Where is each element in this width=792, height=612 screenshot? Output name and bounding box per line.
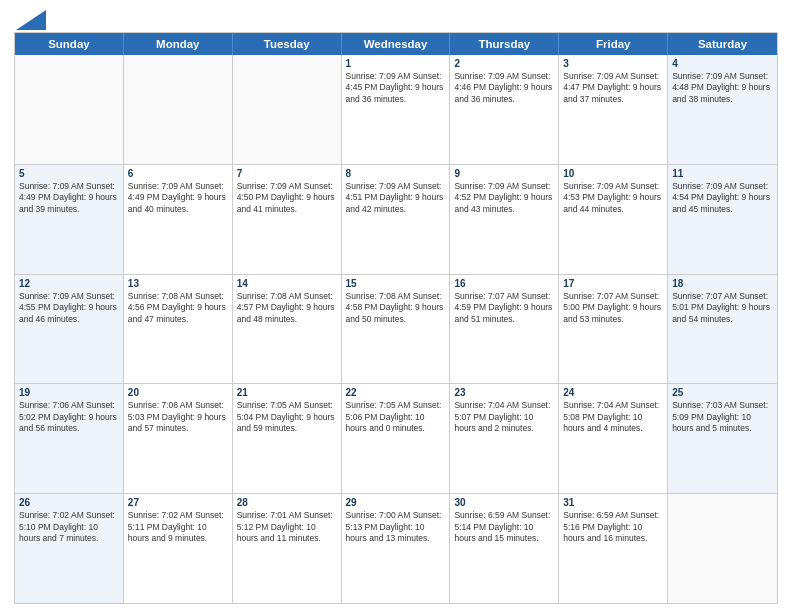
day-info: Sunrise: 7:00 AM Sunset: 5:13 PM Dayligh…: [346, 510, 446, 544]
day-cell-1-4: 1Sunrise: 7:09 AM Sunset: 4:45 PM Daylig…: [342, 55, 451, 164]
day-cell-2-3: 7Sunrise: 7:09 AM Sunset: 4:50 PM Daylig…: [233, 165, 342, 274]
day-info: Sunrise: 7:02 AM Sunset: 5:10 PM Dayligh…: [19, 510, 119, 544]
day-cell-4-1: 19Sunrise: 7:06 AM Sunset: 5:02 PM Dayli…: [15, 384, 124, 493]
day-info: Sunrise: 7:08 AM Sunset: 4:58 PM Dayligh…: [346, 291, 446, 325]
day-number: 1: [346, 58, 446, 69]
day-cell-2-4: 8Sunrise: 7:09 AM Sunset: 4:51 PM Daylig…: [342, 165, 451, 274]
day-number: 24: [563, 387, 663, 398]
day-info: Sunrise: 7:09 AM Sunset: 4:54 PM Dayligh…: [672, 181, 773, 215]
day-number: 22: [346, 387, 446, 398]
calendar: SundayMondayTuesdayWednesdayThursdayFrid…: [14, 32, 778, 604]
day-number: 13: [128, 278, 228, 289]
day-info: Sunrise: 7:07 AM Sunset: 5:01 PM Dayligh…: [672, 291, 773, 325]
day-info: Sunrise: 7:07 AM Sunset: 5:00 PM Dayligh…: [563, 291, 663, 325]
day-number: 2: [454, 58, 554, 69]
day-number: 18: [672, 278, 773, 289]
day-cell-1-2: [124, 55, 233, 164]
day-number: 11: [672, 168, 773, 179]
day-cell-3-5: 16Sunrise: 7:07 AM Sunset: 4:59 PM Dayli…: [450, 275, 559, 384]
day-cell-4-4: 22Sunrise: 7:05 AM Sunset: 5:06 PM Dayli…: [342, 384, 451, 493]
day-info: Sunrise: 7:08 AM Sunset: 4:57 PM Dayligh…: [237, 291, 337, 325]
day-cell-5-3: 28Sunrise: 7:01 AM Sunset: 5:12 PM Dayli…: [233, 494, 342, 603]
day-info: Sunrise: 7:09 AM Sunset: 4:53 PM Dayligh…: [563, 181, 663, 215]
day-cell-3-2: 13Sunrise: 7:08 AM Sunset: 4:56 PM Dayli…: [124, 275, 233, 384]
day-number: 7: [237, 168, 337, 179]
day-number: 8: [346, 168, 446, 179]
day-info: Sunrise: 7:06 AM Sunset: 5:03 PM Dayligh…: [128, 400, 228, 434]
day-number: 25: [672, 387, 773, 398]
day-cell-4-6: 24Sunrise: 7:04 AM Sunset: 5:08 PM Dayli…: [559, 384, 668, 493]
svg-marker-0: [16, 10, 46, 30]
day-number: 4: [672, 58, 773, 69]
day-cell-4-7: 25Sunrise: 7:03 AM Sunset: 5:09 PM Dayli…: [668, 384, 777, 493]
day-info: Sunrise: 7:09 AM Sunset: 4:45 PM Dayligh…: [346, 71, 446, 105]
day-number: 17: [563, 278, 663, 289]
day-cell-5-6: 31Sunrise: 6:59 AM Sunset: 5:16 PM Dayli…: [559, 494, 668, 603]
day-cell-2-1: 5Sunrise: 7:09 AM Sunset: 4:49 PM Daylig…: [15, 165, 124, 274]
day-number: 20: [128, 387, 228, 398]
day-cell-4-5: 23Sunrise: 7:04 AM Sunset: 5:07 PM Dayli…: [450, 384, 559, 493]
day-header-friday: Friday: [559, 33, 668, 55]
day-info: Sunrise: 7:01 AM Sunset: 5:12 PM Dayligh…: [237, 510, 337, 544]
day-number: 27: [128, 497, 228, 508]
day-number: 30: [454, 497, 554, 508]
day-number: 9: [454, 168, 554, 179]
day-info: Sunrise: 7:09 AM Sunset: 4:48 PM Dayligh…: [672, 71, 773, 105]
day-number: 28: [237, 497, 337, 508]
day-info: Sunrise: 7:09 AM Sunset: 4:47 PM Dayligh…: [563, 71, 663, 105]
day-info: Sunrise: 6:59 AM Sunset: 5:16 PM Dayligh…: [563, 510, 663, 544]
day-cell-1-5: 2Sunrise: 7:09 AM Sunset: 4:46 PM Daylig…: [450, 55, 559, 164]
day-number: 19: [19, 387, 119, 398]
day-cell-2-5: 9Sunrise: 7:09 AM Sunset: 4:52 PM Daylig…: [450, 165, 559, 274]
day-info: Sunrise: 7:05 AM Sunset: 5:04 PM Dayligh…: [237, 400, 337, 434]
day-info: Sunrise: 7:03 AM Sunset: 5:09 PM Dayligh…: [672, 400, 773, 434]
day-number: 23: [454, 387, 554, 398]
week-row-1: 1Sunrise: 7:09 AM Sunset: 4:45 PM Daylig…: [15, 55, 777, 164]
day-cell-5-5: 30Sunrise: 6:59 AM Sunset: 5:14 PM Dayli…: [450, 494, 559, 603]
day-info: Sunrise: 7:09 AM Sunset: 4:51 PM Dayligh…: [346, 181, 446, 215]
day-header-thursday: Thursday: [450, 33, 559, 55]
day-info: Sunrise: 7:09 AM Sunset: 4:50 PM Dayligh…: [237, 181, 337, 215]
day-info: Sunrise: 7:09 AM Sunset: 4:49 PM Dayligh…: [19, 181, 119, 215]
day-headers: SundayMondayTuesdayWednesdayThursdayFrid…: [15, 33, 777, 55]
day-number: 14: [237, 278, 337, 289]
day-number: 5: [19, 168, 119, 179]
day-header-tuesday: Tuesday: [233, 33, 342, 55]
day-info: Sunrise: 7:04 AM Sunset: 5:07 PM Dayligh…: [454, 400, 554, 434]
day-cell-1-3: [233, 55, 342, 164]
day-cell-4-2: 20Sunrise: 7:06 AM Sunset: 5:03 PM Dayli…: [124, 384, 233, 493]
day-info: Sunrise: 7:09 AM Sunset: 4:49 PM Dayligh…: [128, 181, 228, 215]
day-cell-5-4: 29Sunrise: 7:00 AM Sunset: 5:13 PM Dayli…: [342, 494, 451, 603]
day-info: Sunrise: 6:59 AM Sunset: 5:14 PM Dayligh…: [454, 510, 554, 544]
week-row-5: 26Sunrise: 7:02 AM Sunset: 5:10 PM Dayli…: [15, 493, 777, 603]
day-number: 31: [563, 497, 663, 508]
day-cell-2-6: 10Sunrise: 7:09 AM Sunset: 4:53 PM Dayli…: [559, 165, 668, 274]
day-info: Sunrise: 7:09 AM Sunset: 4:46 PM Dayligh…: [454, 71, 554, 105]
day-info: Sunrise: 7:08 AM Sunset: 4:56 PM Dayligh…: [128, 291, 228, 325]
day-number: 15: [346, 278, 446, 289]
day-cell-3-3: 14Sunrise: 7:08 AM Sunset: 4:57 PM Dayli…: [233, 275, 342, 384]
day-header-sunday: Sunday: [15, 33, 124, 55]
day-cell-3-1: 12Sunrise: 7:09 AM Sunset: 4:55 PM Dayli…: [15, 275, 124, 384]
day-cell-4-3: 21Sunrise: 7:05 AM Sunset: 5:04 PM Dayli…: [233, 384, 342, 493]
day-info: Sunrise: 7:07 AM Sunset: 4:59 PM Dayligh…: [454, 291, 554, 325]
day-number: 16: [454, 278, 554, 289]
day-cell-2-2: 6Sunrise: 7:09 AM Sunset: 4:49 PM Daylig…: [124, 165, 233, 274]
day-cell-1-1: [15, 55, 124, 164]
day-number: 29: [346, 497, 446, 508]
day-cell-2-7: 11Sunrise: 7:09 AM Sunset: 4:54 PM Dayli…: [668, 165, 777, 274]
day-info: Sunrise: 7:04 AM Sunset: 5:08 PM Dayligh…: [563, 400, 663, 434]
day-header-monday: Monday: [124, 33, 233, 55]
day-cell-5-7: [668, 494, 777, 603]
day-header-wednesday: Wednesday: [342, 33, 451, 55]
day-header-saturday: Saturday: [668, 33, 777, 55]
calendar-body: 1Sunrise: 7:09 AM Sunset: 4:45 PM Daylig…: [15, 55, 777, 603]
logo: [14, 10, 46, 26]
day-number: 26: [19, 497, 119, 508]
page: SundayMondayTuesdayWednesdayThursdayFrid…: [0, 0, 792, 612]
week-row-4: 19Sunrise: 7:06 AM Sunset: 5:02 PM Dayli…: [15, 383, 777, 493]
day-number: 10: [563, 168, 663, 179]
day-cell-5-1: 26Sunrise: 7:02 AM Sunset: 5:10 PM Dayli…: [15, 494, 124, 603]
day-info: Sunrise: 7:09 AM Sunset: 4:55 PM Dayligh…: [19, 291, 119, 325]
day-cell-3-6: 17Sunrise: 7:07 AM Sunset: 5:00 PM Dayli…: [559, 275, 668, 384]
